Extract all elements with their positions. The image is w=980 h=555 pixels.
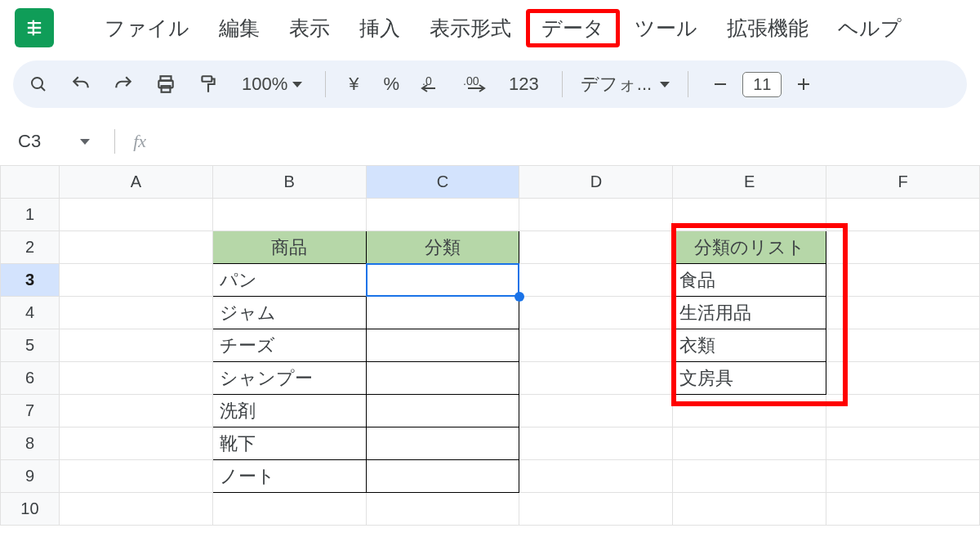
- cell-E10[interactable]: [673, 493, 826, 526]
- col-header-C[interactable]: C: [366, 166, 519, 199]
- cell-F4[interactable]: [826, 297, 980, 329]
- font-size-input[interactable]: 11: [742, 72, 782, 97]
- cell-D9[interactable]: [519, 460, 673, 493]
- cell-D10[interactable]: [519, 493, 673, 526]
- menu-file[interactable]: ファイル: [90, 10, 204, 47]
- row-header-10[interactable]: 10: [1, 493, 60, 526]
- cell-E7[interactable]: [673, 395, 826, 427]
- cell-C6[interactable]: [366, 362, 519, 395]
- cell-D7[interactable]: [519, 395, 673, 427]
- cell-B2[interactable]: 商品: [212, 231, 366, 264]
- menu-data[interactable]: データ: [526, 9, 620, 47]
- cell-F5[interactable]: [826, 329, 980, 362]
- print-icon[interactable]: [152, 70, 180, 98]
- cell-C8[interactable]: [366, 427, 519, 460]
- redo-icon[interactable]: [109, 70, 137, 98]
- col-header-E[interactable]: E: [673, 166, 826, 199]
- cell-D2[interactable]: [519, 231, 673, 264]
- row-header-8[interactable]: 8: [1, 427, 60, 460]
- cell-E5[interactable]: 衣類: [673, 329, 826, 362]
- cell-C4[interactable]: [366, 297, 519, 329]
- menu-format[interactable]: 表示形式: [415, 10, 526, 47]
- cell-E8[interactable]: [673, 427, 826, 460]
- cell-B8[interactable]: 靴下: [212, 427, 366, 460]
- menu-extensions[interactable]: 拡張機能: [712, 10, 823, 47]
- cell-B6[interactable]: シャンプー: [212, 362, 366, 395]
- cell-A10[interactable]: [59, 493, 212, 526]
- decrease-font-size-button[interactable]: [706, 70, 734, 98]
- cell-C5[interactable]: [366, 329, 519, 362]
- cell-D5[interactable]: [519, 329, 673, 362]
- cell-E4[interactable]: 生活用品: [673, 297, 826, 329]
- cell-C7[interactable]: [366, 395, 519, 427]
- col-header-A[interactable]: A: [59, 166, 212, 199]
- increase-font-size-button[interactable]: [790, 70, 817, 98]
- cell-A4[interactable]: [59, 297, 212, 329]
- cell-B7[interactable]: 洗剤: [212, 395, 366, 427]
- menu-insert[interactable]: 挿入: [345, 10, 415, 47]
- cell-A2[interactable]: [59, 231, 212, 264]
- cell-E9[interactable]: [673, 460, 826, 493]
- percent-format-button[interactable]: %: [379, 70, 405, 98]
- cell-B10[interactable]: [212, 493, 366, 526]
- cell-C3[interactable]: [366, 264, 519, 297]
- cell-A7[interactable]: [59, 395, 212, 427]
- cell-A5[interactable]: [59, 329, 212, 362]
- search-icon[interactable]: [24, 70, 52, 98]
- row-header-2[interactable]: 2: [1, 231, 60, 264]
- menu-help[interactable]: ヘルプ: [823, 10, 916, 47]
- cell-E1[interactable]: [673, 199, 826, 231]
- col-header-B[interactable]: B: [212, 166, 366, 199]
- cell-F6[interactable]: [826, 362, 980, 395]
- cell-A9[interactable]: [59, 460, 212, 493]
- font-family-dropdown[interactable]: デフォ...: [581, 72, 670, 96]
- cell-C1[interactable]: [366, 199, 519, 231]
- cell-B3[interactable]: パン: [212, 264, 366, 297]
- cell-E3[interactable]: 食品: [673, 264, 826, 297]
- number-format-button[interactable]: 123: [504, 70, 544, 98]
- increase-decimal-button[interactable]: .00: [461, 70, 489, 98]
- row-header-6[interactable]: 6: [1, 362, 60, 395]
- menu-view[interactable]: 表示: [274, 10, 345, 47]
- cell-D8[interactable]: [519, 427, 673, 460]
- cell-F3[interactable]: [826, 264, 980, 297]
- row-header-5[interactable]: 5: [1, 329, 60, 362]
- cell-F8[interactable]: [826, 427, 980, 460]
- row-header-9[interactable]: 9: [1, 460, 60, 493]
- row-header-7[interactable]: 7: [1, 395, 60, 427]
- currency-format-button[interactable]: ¥: [344, 70, 363, 98]
- row-header-3[interactable]: 3: [1, 264, 60, 297]
- name-box[interactable]: C3: [11, 128, 96, 155]
- cell-F9[interactable]: [826, 460, 980, 493]
- cell-F7[interactable]: [826, 395, 980, 427]
- cell-D6[interactable]: [519, 362, 673, 395]
- menu-tools[interactable]: ツール: [620, 10, 712, 47]
- cell-B4[interactable]: ジャム: [212, 297, 366, 329]
- row-header-4[interactable]: 4: [1, 297, 60, 329]
- cell-E2[interactable]: 分類のリスト: [673, 231, 826, 264]
- col-header-F[interactable]: F: [826, 166, 980, 199]
- cell-B1[interactable]: [212, 199, 366, 231]
- row-header-1[interactable]: 1: [1, 199, 60, 231]
- col-header-D[interactable]: D: [519, 166, 673, 199]
- cell-A6[interactable]: [59, 362, 212, 395]
- paint-format-icon[interactable]: [194, 70, 222, 98]
- cell-D3[interactable]: [519, 264, 673, 297]
- cell-F2[interactable]: [826, 231, 980, 264]
- cell-F10[interactable]: [826, 493, 980, 526]
- select-all-corner[interactable]: [1, 166, 60, 199]
- undo-icon[interactable]: [67, 70, 95, 98]
- cell-A1[interactable]: [59, 199, 212, 231]
- decrease-decimal-button[interactable]: .0: [419, 70, 447, 98]
- cell-B9[interactable]: ノート: [212, 460, 366, 493]
- cell-C9[interactable]: [366, 460, 519, 493]
- cell-D4[interactable]: [519, 297, 673, 329]
- cell-C10[interactable]: [366, 493, 519, 526]
- cell-B5[interactable]: チーズ: [212, 329, 366, 362]
- cell-D1[interactable]: [519, 199, 673, 231]
- cell-A8[interactable]: [59, 427, 212, 460]
- cell-C2[interactable]: 分類: [366, 231, 519, 264]
- cell-F1[interactable]: [826, 199, 980, 231]
- menu-edit[interactable]: 編集: [204, 10, 274, 47]
- zoom-dropdown[interactable]: 100%: [237, 74, 307, 95]
